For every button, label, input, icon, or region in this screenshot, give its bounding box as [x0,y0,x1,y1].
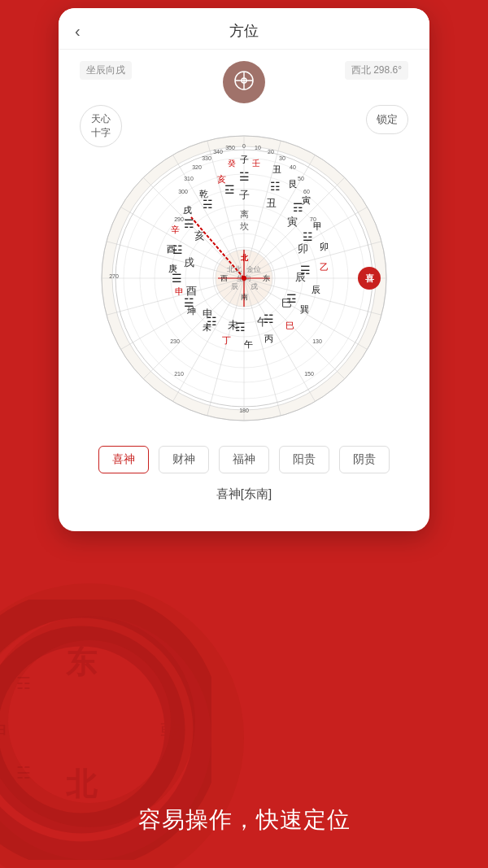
compass-label-right: 西北 298.6° [345,61,408,80]
tag-caishen[interactable]: 财神 [159,446,209,473]
svg-text:戌: 戌 [251,282,258,290]
svg-text:亥: 亥 [194,229,205,242]
svg-text:40: 40 [290,164,296,170]
compass-diagram: 喜 [72,132,416,425]
page-title: 方位 [229,21,259,41]
tianxin-button[interactable]: 天心十字 [80,105,122,147]
tag-fushen[interactable]: 福神 [219,446,269,473]
svg-text:午: 午 [244,339,253,349]
svg-text:乾: 乾 [160,718,181,743]
svg-text:西: 西 [220,274,228,282]
svg-text:☲: ☲ [224,183,235,196]
svg-text:丑: 丑 [272,164,281,174]
svg-text:丑: 丑 [266,197,277,209]
svg-text:申: 申 [175,286,184,296]
svg-text:寅: 寅 [287,216,298,228]
svg-text:300: 300 [178,189,188,194]
svg-text:辰: 辰 [312,285,320,294]
svg-text:丙: 丙 [264,334,273,343]
svg-text:330: 330 [202,155,211,161]
svg-text:辛: 辛 [171,225,180,234]
svg-text:酉: 酉 [186,285,197,297]
suoding-button[interactable]: 锁定 [366,105,408,134]
svg-text:210: 210 [174,371,184,377]
svg-text:180: 180 [239,408,249,413]
svg-text:离: 离 [240,209,249,219]
crosshair-button[interactable] [223,61,265,103]
svg-text:卯: 卯 [298,242,308,255]
svg-text:230: 230 [170,338,180,344]
result-display: 喜神[东南] [59,480,429,507]
svg-text:350: 350 [225,145,235,150]
svg-text:☱: ☱ [239,170,250,183]
bottom-banner: 容易操作，快速定位 [0,805,488,835]
svg-text:20: 20 [268,149,274,155]
svg-text:60: 60 [303,189,310,194]
svg-text:150: 150 [304,371,314,377]
svg-text:戌: 戌 [183,205,192,215]
svg-text:30: 30 [279,155,285,161]
svg-text:申: 申 [203,308,213,320]
svg-text:坎: 坎 [239,221,249,231]
svg-text:0: 0 [242,143,246,149]
tag-yingui[interactable]: 阴贵 [339,446,390,473]
svg-text:东: 东 [66,645,98,679]
svg-text:北: 北 [240,254,249,262]
svg-text:130: 130 [312,338,322,344]
svg-text:南: 南 [241,293,248,301]
svg-text:☵: ☵ [203,198,213,211]
direction-badge: 喜 [358,267,381,290]
header-bar: ‹ 方位 [59,8,429,50]
svg-text:☳: ☳ [303,230,313,243]
svg-text:340: 340 [213,149,223,155]
tag-xishen[interactable]: 喜神 [98,446,149,473]
svg-text:坤: 坤 [0,718,7,743]
compass-main-svg: 0 10 20 30 40 50 60 90 350 340 330 320 3… [98,132,390,425]
svg-text:310: 310 [184,176,194,181]
svg-text:巳: 巳 [285,321,294,330]
svg-text:子: 子 [239,189,250,201]
compass-svg-wrapper: 喜 [98,132,390,425]
svg-text:☳: ☳ [172,243,183,256]
svg-text:50: 50 [298,176,304,181]
svg-text:子: 子 [240,155,249,164]
svg-text:壬: 壬 [252,159,260,168]
svg-text:320: 320 [192,164,202,170]
svg-text:☶: ☶ [293,201,303,214]
svg-text:东: 东 [263,274,270,282]
svg-text:戌: 戌 [184,256,194,268]
crosshair-icon [233,69,255,95]
tag-row: 喜神 财神 福神 阳贵 阴贵 [59,433,429,480]
back-button[interactable]: ‹ [75,22,81,41]
svg-text:☰: ☰ [172,272,182,285]
tag-yanggui[interactable]: 阳贵 [279,446,329,473]
svg-text:午: 午 [257,316,268,328]
svg-text:卯: 卯 [320,242,329,251]
svg-text:辰: 辰 [231,282,238,290]
phone-card: ‹ 方位 坐辰向戌 西北 298.6° 天心十字 锁定 [59,8,429,531]
svg-text:☷: ☷ [270,180,281,193]
svg-text:☱: ☱ [184,296,194,309]
svg-text:270: 270 [109,273,119,279]
svg-text:艮: 艮 [289,179,298,189]
svg-text:北: 北 [65,767,98,801]
svg-text:290: 290 [174,216,184,222]
svg-text:金位: 金位 [246,265,261,273]
svg-text:☶: ☶ [16,674,31,692]
svg-text:巽: 巽 [300,304,309,314]
svg-text:丁: 丁 [222,335,231,345]
compass-label-left: 坐辰向戌 [80,61,132,80]
svg-text:未: 未 [228,319,238,331]
svg-text:☵: ☵ [16,764,31,782]
svg-text:巳: 巳 [281,297,292,309]
svg-text:10: 10 [255,145,261,150]
svg-text:甲: 甲 [313,221,322,231]
svg-text:癸: 癸 [228,159,236,168]
svg-text:辰: 辰 [295,271,306,283]
compass-section: 坐辰向戌 西北 298.6° 天心十字 锁定 喜 [59,50,429,425]
svg-text:乙: 乙 [320,262,329,272]
